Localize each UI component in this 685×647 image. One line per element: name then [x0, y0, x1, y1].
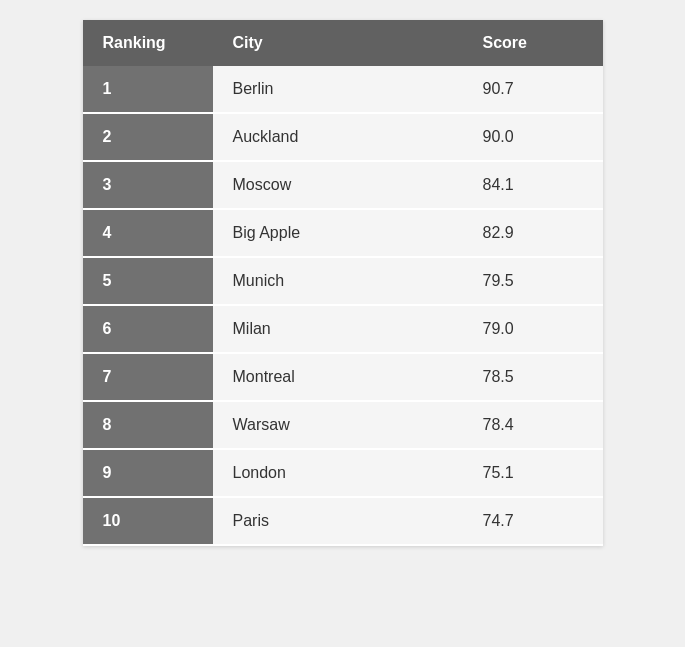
cell-rank: 3	[83, 161, 213, 209]
header-ranking: Ranking	[83, 20, 213, 66]
table-row: 10Paris74.7	[83, 497, 603, 545]
cell-rank: 2	[83, 113, 213, 161]
ranking-table: Ranking City Score 1Berlin90.72Auckland9…	[83, 20, 603, 546]
cell-score: 90.7	[463, 66, 603, 113]
cell-score: 90.0	[463, 113, 603, 161]
table-row: 4Big Apple82.9	[83, 209, 603, 257]
cell-score: 82.9	[463, 209, 603, 257]
cell-rank: 8	[83, 401, 213, 449]
table-row: 5Munich79.5	[83, 257, 603, 305]
cell-score: 79.5	[463, 257, 603, 305]
table-header-row: Ranking City Score	[83, 20, 603, 66]
cell-city: London	[213, 449, 463, 497]
cell-city: Munich	[213, 257, 463, 305]
cell-score: 84.1	[463, 161, 603, 209]
cell-rank: 1	[83, 66, 213, 113]
table-row: 7Montreal78.5	[83, 353, 603, 401]
cell-score: 78.5	[463, 353, 603, 401]
cell-city: Montreal	[213, 353, 463, 401]
table-row: 6Milan79.0	[83, 305, 603, 353]
cell-score: 74.7	[463, 497, 603, 545]
table-row: 9London75.1	[83, 449, 603, 497]
header-city: City	[213, 20, 463, 66]
table-row: 1Berlin90.7	[83, 66, 603, 113]
cell-rank: 9	[83, 449, 213, 497]
cell-city: Milan	[213, 305, 463, 353]
cell-rank: 7	[83, 353, 213, 401]
cell-rank: 5	[83, 257, 213, 305]
cell-city: Paris	[213, 497, 463, 545]
cell-city: Big Apple	[213, 209, 463, 257]
cell-score: 79.0	[463, 305, 603, 353]
table-row: 2Auckland90.0	[83, 113, 603, 161]
table-row: 8Warsaw78.4	[83, 401, 603, 449]
cell-rank: 4	[83, 209, 213, 257]
table-row: 3Moscow84.1	[83, 161, 603, 209]
cell-city: Auckland	[213, 113, 463, 161]
cell-rank: 6	[83, 305, 213, 353]
cell-score: 78.4	[463, 401, 603, 449]
cell-city: Warsaw	[213, 401, 463, 449]
cell-rank: 10	[83, 497, 213, 545]
ranking-table-container: Ranking City Score 1Berlin90.72Auckland9…	[83, 20, 603, 546]
cell-city: Moscow	[213, 161, 463, 209]
cell-city: Berlin	[213, 66, 463, 113]
cell-score: 75.1	[463, 449, 603, 497]
header-score: Score	[463, 20, 603, 66]
